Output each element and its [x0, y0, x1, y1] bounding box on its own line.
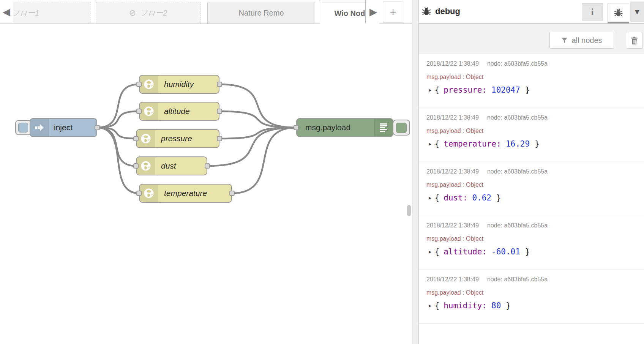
node-input-port[interactable] [133, 163, 139, 169]
debug-message: 2018/12/22 1:38:49node: a603bfa5.cb55a m… [419, 108, 644, 162]
payload-type: Object [466, 181, 483, 188]
sidebar-collapse-button[interactable]: ▼ [630, 2, 644, 22]
node-label: inject [54, 119, 73, 136]
debug-message: 2018/12/22 1:38:49node: a603bfa5.cb55a m… [419, 270, 644, 324]
node-output-port[interactable] [217, 109, 222, 114]
function-node-humidity[interactable]: humidity [139, 75, 219, 94]
node-output-port[interactable] [217, 82, 222, 87]
sidebar-header: debug i ▼ [419, 0, 644, 24]
inject-node[interactable]: inject [30, 118, 97, 137]
object-preview[interactable]: ▸ { altitude: -60.01 } [426, 247, 640, 256]
tab-scroll-left-button[interactable]: ◀ [0, 0, 13, 24]
property-type-separator: : [461, 74, 466, 80]
colon: : [463, 193, 468, 202]
payload-property: msg.payload [426, 235, 461, 242]
message-property-row: msg.payload : Object [426, 235, 640, 242]
function-node-altitude[interactable]: altitude [139, 102, 219, 121]
tab-label: フロー1 [12, 8, 39, 18]
expand-arrow-icon[interactable]: ▸ [429, 87, 432, 93]
clear-messages-button[interactable] [626, 32, 643, 49]
close-brace: } [506, 301, 511, 310]
chevron-left-icon: ◀ [3, 6, 10, 18]
function-node-dust[interactable]: dust [136, 156, 207, 175]
message-timestamp: 2018/12/22 1:38:49 [426, 60, 479, 67]
expand-arrow-icon[interactable]: ▸ [429, 302, 432, 309]
tab-scroll-right-button[interactable]: ▶ [365, 0, 381, 24]
node-input-port[interactable] [133, 136, 139, 141]
object-value: 80 [491, 301, 501, 310]
sidebar-tab-info[interactable]: i [582, 3, 603, 21]
expand-arrow-icon[interactable]: ▸ [429, 194, 432, 201]
object-preview[interactable]: ▸ { dust: 0.62 } [426, 193, 640, 202]
wire [207, 128, 296, 166]
filter-button-label: all nodes [571, 36, 602, 45]
object-value: 16.29 [506, 139, 530, 148]
object-key: altitude [444, 247, 482, 256]
globe-icon [140, 133, 152, 144]
function-node-temperature[interactable]: temperature [139, 184, 232, 203]
property-type-separator: : [461, 181, 466, 188]
node-input-port[interactable] [136, 191, 142, 196]
open-brace: { [435, 139, 440, 148]
sidebar-splitter[interactable] [412, 0, 419, 344]
node-input-port[interactable] [136, 109, 142, 114]
trash-icon [631, 36, 638, 44]
node-output-port[interactable] [205, 163, 210, 169]
message-timestamp: 2018/12/22 1:38:49 [426, 168, 479, 175]
canvas-vertical-scrollbar[interactable] [407, 205, 411, 216]
info-icon: i [591, 6, 593, 18]
node-label: msg.payload [305, 119, 350, 136]
node-label: temperature [164, 185, 207, 202]
expand-arrow-icon[interactable]: ▸ [429, 140, 432, 147]
payload-type: Object [466, 289, 483, 296]
message-timestamp: 2018/12/22 1:38:49 [426, 276, 479, 282]
add-flow-button[interactable]: + [383, 2, 403, 23]
payload-type: Object [466, 128, 483, 134]
debug-toolbar: all nodes [419, 24, 644, 54]
object-preview[interactable]: ▸ { pressure: 102047 } [426, 85, 640, 95]
message-meta: 2018/12/22 1:38:49node: a603bfa5.cb55a [426, 60, 640, 67]
sidebar-title: debug [435, 6, 460, 16]
payload-property: msg.payload [426, 74, 461, 80]
message-timestamp: 2018/12/22 1:38:49 [426, 114, 479, 121]
payload-type: Object [466, 74, 483, 80]
debug-input-port[interactable] [294, 125, 299, 130]
node-label: altitude [164, 103, 190, 120]
tab-label: Wio Nod [335, 9, 365, 18]
message-property-row: msg.payload : Object [426, 128, 640, 134]
debug-sidebar: debug i ▼ all nodes [419, 0, 644, 344]
flow-canvas[interactable]: inject humidity [0, 0, 412, 344]
object-value: 102047 [491, 85, 520, 95]
object-value: -60.01 [491, 247, 520, 256]
node-output-port[interactable] [217, 136, 222, 141]
tab-flow1[interactable]: フロー1 [9, 2, 91, 24]
object-preview[interactable]: ▸ { humidity: 80 } [426, 301, 640, 310]
debug-node[interactable]: msg.payload [296, 118, 393, 137]
plus-icon: + [390, 6, 396, 19]
sidebar-tab-debug[interactable] [608, 3, 629, 22]
message-meta: 2018/12/22 1:38:49node: a603bfa5.cb55a [426, 222, 640, 229]
message-node-id: node: a603bfa5.cb55a [487, 168, 548, 175]
node-icon-strip [140, 76, 158, 93]
tab-flow2[interactable]: ⊘ フロー2 [96, 2, 200, 24]
node-output-port[interactable] [229, 191, 235, 196]
message-property-row: msg.payload : Object [426, 74, 640, 80]
message-timestamp: 2018/12/22 1:38:49 [426, 222, 479, 229]
inject-output-port[interactable] [95, 125, 100, 130]
message-node-id: node: a603bfa5.cb55a [487, 114, 548, 121]
debug-toggle-button[interactable] [393, 120, 410, 136]
node-label: pressure [161, 130, 192, 147]
tab-nature-remo[interactable]: Nature Remo [207, 2, 315, 24]
object-preview[interactable]: ▸ { temperature: 16.29 } [426, 139, 640, 148]
node-input-port[interactable] [136, 82, 142, 87]
function-node-pressure[interactable]: pressure [136, 129, 219, 148]
node-icon-strip [140, 185, 158, 202]
colon: : [496, 139, 501, 148]
filter-nodes-button[interactable]: all nodes [549, 32, 614, 49]
bug-icon [421, 6, 431, 16]
node-icon-strip [137, 157, 155, 175]
flow-tab-bar: フロー1 ⊘ フロー2 Nature Remo Wio Nod ◀ ▶ + [0, 0, 412, 24]
payload-property: msg.payload [426, 128, 461, 134]
expand-arrow-icon[interactable]: ▸ [429, 248, 432, 255]
debug-message-list: 2018/12/22 1:38:49node: a603bfa5.cb55a m… [419, 54, 644, 344]
